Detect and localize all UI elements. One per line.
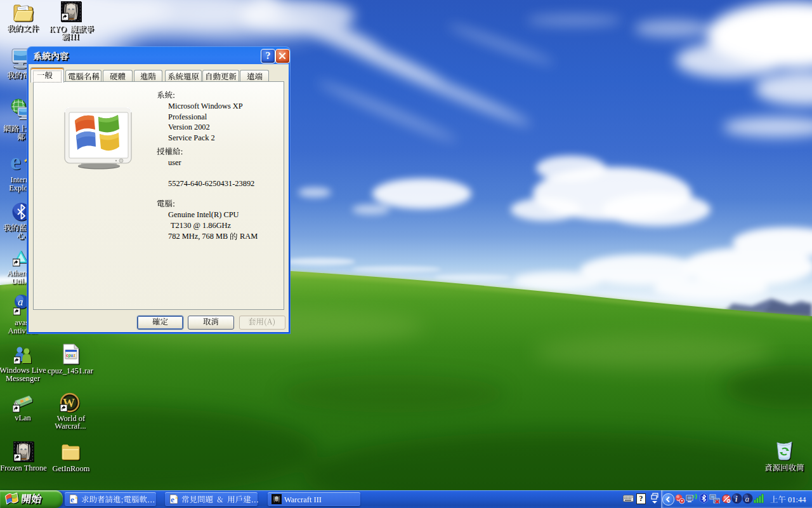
svg-text:e: e bbox=[70, 495, 74, 504]
svg-text:e: e bbox=[10, 150, 21, 174]
svg-text:e: e bbox=[171, 495, 174, 504]
svg-text:cpuz: cpuz bbox=[66, 353, 76, 358]
svg-text:a: a bbox=[745, 494, 750, 504]
